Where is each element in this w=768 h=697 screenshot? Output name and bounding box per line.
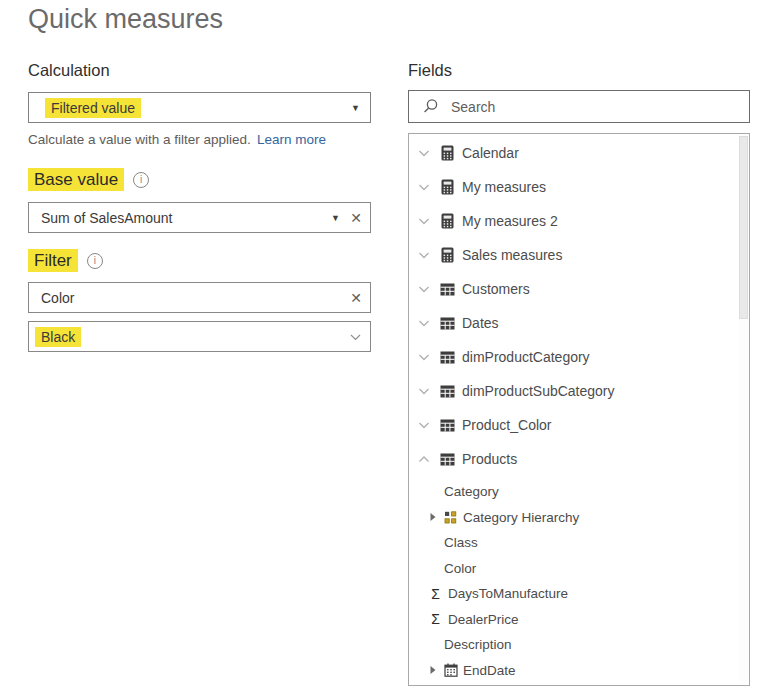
calculator-icon [439, 179, 455, 195]
filter-field-box[interactable]: Color [28, 282, 371, 313]
chevron-down-icon[interactable] [416, 282, 431, 296]
chevron-down-icon[interactable] [416, 316, 431, 330]
tree-item-label: Dates [462, 315, 499, 331]
chevron-up-icon[interactable] [416, 452, 431, 466]
tree-item-class[interactable]: Class [409, 530, 749, 556]
tree-item-product-color[interactable]: Product_Color [409, 408, 749, 442]
tree-item-daystomanufacture[interactable]: ΣDaysToManufacture [409, 581, 749, 607]
tree-item-enddate[interactable]: EndDate [409, 658, 749, 684]
scrollbar-thumb[interactable] [739, 136, 748, 319]
expand-right-icon[interactable] [428, 512, 438, 522]
tree-item-my-measures-2[interactable]: My measures 2 [409, 204, 749, 238]
clear-icon[interactable] [350, 211, 362, 225]
tree-item-label: Category Hierarchy [463, 510, 579, 525]
calendar-icon [443, 663, 458, 677]
tree-item-label: My measures 2 [462, 213, 558, 229]
calculator-icon [439, 213, 455, 229]
search-icon [422, 98, 439, 115]
table-icon [439, 317, 455, 330]
tree-item-label: Sales measures [462, 247, 562, 263]
info-icon[interactable] [133, 172, 149, 188]
chevron-down-icon[interactable] [416, 248, 431, 262]
chevron-down-icon[interactable] [416, 350, 431, 364]
tree-item-label: My measures [462, 179, 546, 195]
calculation-description-text: Calculate a value with a filter applied. [28, 132, 251, 147]
tree-item-color[interactable]: Color [409, 556, 749, 582]
table-icon [439, 385, 455, 398]
tree-item-label: Description [444, 637, 512, 652]
table-icon [439, 419, 455, 432]
tree-item-label: DaysToManufacture [448, 586, 568, 601]
tree-item-label: DealerPrice [448, 612, 519, 627]
chevron-down-icon[interactable] [416, 418, 431, 432]
tree-item-customers[interactable]: Customers [409, 272, 749, 306]
calculator-icon [439, 247, 455, 263]
dropdown-arrow-icon[interactable] [331, 213, 340, 223]
filter-field-text: Color [41, 290, 74, 306]
tree-item-calendar[interactable]: Calendar [409, 136, 749, 170]
search-box[interactable] [408, 90, 750, 123]
tree-item-dates[interactable]: Dates [409, 306, 749, 340]
calculation-selected-value: Filtered value [45, 98, 141, 118]
page-title: Quick measures [28, 4, 223, 35]
calculator-icon [439, 145, 455, 161]
calculation-description: Calculate a value with a filter applied.… [28, 132, 326, 147]
sigma-icon: Σ [428, 587, 443, 601]
info-icon[interactable] [87, 253, 103, 269]
fields-tree: CalendarMy measuresMy measures 2Sales me… [409, 136, 749, 683]
tree-item-label: Customers [462, 281, 530, 297]
fields-label: Fields [408, 61, 452, 80]
tree-item-label: EndDate [463, 663, 516, 678]
dropdown-arrow-icon[interactable] [351, 103, 360, 113]
calculation-label: Calculation [28, 61, 110, 80]
fields-list: CalendarMy measuresMy measures 2Sales me… [408, 133, 750, 686]
tree-item-label: Color [444, 561, 476, 576]
tree-item-category-hierarchy[interactable]: Category Hierarchy [409, 505, 749, 531]
base-value-label-text: Base value [28, 168, 124, 191]
tree-item-dimproductsubcategory[interactable]: dimProductSubCategory [409, 374, 749, 408]
tree-item-sales-measures[interactable]: Sales measures [409, 238, 749, 272]
tree-item-description[interactable]: Description [409, 632, 749, 658]
base-value-text: Sum of SalesAmount [41, 210, 173, 226]
tree-item-products[interactable]: Products [409, 442, 749, 476]
tree-item-category[interactable]: Category [409, 479, 749, 505]
scrollbar-track[interactable] [739, 135, 748, 684]
chevron-down-icon[interactable] [416, 180, 431, 194]
tree-item-label: dimProductSubCategory [462, 383, 615, 399]
filter-value-dropdown[interactable]: Black [28, 321, 371, 352]
base-value-dropdown[interactable]: Sum of SalesAmount [28, 202, 371, 233]
tree-item-dimproductcategory[interactable]: dimProductCategory [409, 340, 749, 374]
filter-value-text: Black [35, 327, 81, 347]
filter-label: Filter [28, 251, 103, 271]
filter-label-text: Filter [28, 249, 78, 272]
table-icon [439, 351, 455, 364]
table-icon [439, 283, 455, 296]
expand-right-icon[interactable] [428, 665, 438, 675]
base-value-label: Base value [28, 170, 149, 190]
chevron-down-icon[interactable] [416, 384, 431, 398]
clear-icon[interactable] [350, 291, 362, 305]
chevron-down-icon[interactable] [348, 329, 363, 344]
chevron-down-icon[interactable] [416, 146, 431, 160]
tree-item-label: Product_Color [462, 417, 552, 433]
hierarchy-icon [443, 511, 458, 524]
tree-item-dealerprice[interactable]: ΣDealerPrice [409, 607, 749, 633]
search-input[interactable] [449, 98, 749, 116]
tree-item-label: Calendar [462, 145, 519, 161]
sigma-icon: Σ [428, 612, 443, 626]
tree-item-label: Products [462, 451, 517, 467]
chevron-down-icon[interactable] [416, 214, 431, 228]
tree-item-label: dimProductCategory [462, 349, 590, 365]
tree-item-my-measures[interactable]: My measures [409, 170, 749, 204]
learn-more-link[interactable]: Learn more [257, 132, 326, 147]
calculation-dropdown[interactable]: Filtered value [28, 92, 371, 123]
tree-item-label: Class [444, 535, 478, 550]
tree-item-label: Category [444, 484, 499, 499]
table-icon [439, 453, 455, 466]
